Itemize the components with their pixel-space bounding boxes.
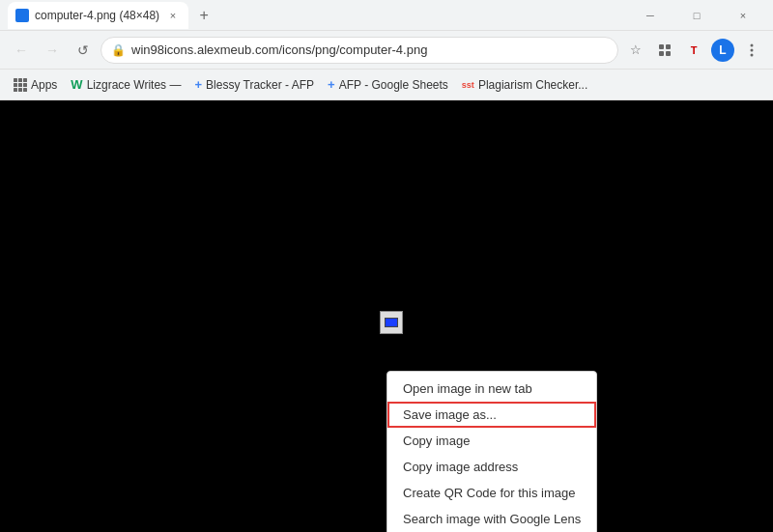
svg-rect-3 [666, 51, 671, 56]
title-bar: computer-4.png (48×48) × + ─ □ × [0, 0, 773, 31]
apps-bookmark[interactable]: Apps [8, 76, 63, 94]
computer-thumbnail [380, 311, 403, 334]
profile-button[interactable]: L [709, 37, 736, 64]
context-menu: Open image in new tab Save image as... C… [386, 371, 597, 532]
menu-button[interactable] [738, 37, 765, 64]
lizgrace-label: Lizgrace Writes — [87, 78, 182, 92]
tonkeeper-icon[interactable]: T [680, 37, 707, 64]
context-copy-image[interactable]: Copy image [387, 428, 596, 454]
svg-point-6 [751, 53, 754, 56]
apps-label: Apps [31, 78, 57, 92]
computer-screen [385, 318, 398, 327]
svg-rect-13 [14, 88, 17, 92]
afp-sheets-icon: + [328, 77, 335, 92]
blessy-label: Blessy Tracker - AFP [206, 78, 314, 92]
bookmarks-bar: Apps W Lizgrace Writes — + Blessy Tracke… [0, 70, 773, 100]
context-save-image-as[interactable]: Save image as... [387, 402, 596, 428]
svg-rect-0 [659, 44, 664, 49]
reload-button[interactable]: ↺ [70, 37, 97, 64]
svg-rect-9 [23, 78, 27, 82]
svg-rect-11 [18, 83, 22, 87]
restore-button[interactable]: □ [674, 0, 719, 31]
window-controls: ─ □ × [628, 0, 765, 31]
svg-rect-12 [23, 83, 27, 87]
tab-favicon [15, 9, 29, 22]
bookmark-lizgrace[interactable]: W Lizgrace Writes — [65, 75, 186, 94]
tab-close-button[interactable]: × [165, 8, 181, 23]
context-copy-image-address[interactable]: Copy image address [387, 454, 596, 480]
svg-rect-10 [14, 83, 17, 87]
svg-rect-8 [18, 78, 22, 82]
window-close-button[interactable]: × [721, 0, 765, 31]
svg-rect-15 [23, 88, 27, 92]
forward-button[interactable]: → [39, 37, 66, 64]
svg-rect-1 [666, 44, 671, 49]
blessy-icon: + [194, 77, 202, 92]
tab-bar: computer-4.png (48×48) × + [8, 0, 215, 30]
navigation-bar: ← → ↺ 🔒 win98icons.alexmeub.com/icons/pn… [0, 31, 773, 70]
svg-point-5 [751, 48, 754, 51]
new-tab-button[interactable]: + [192, 4, 215, 27]
plagiarism-label: Plagiarism Checker... [478, 78, 587, 92]
page-content: Open image in new tab Save image as... C… [0, 100, 773, 532]
lock-icon: 🔒 [111, 43, 126, 57]
profile-avatar: L [711, 39, 734, 62]
bookmark-star-button[interactable]: ☆ [622, 37, 649, 64]
afp-sheets-label: AFP - Google Sheets [339, 78, 448, 92]
active-tab[interactable]: computer-4.png (48×48) × [8, 2, 188, 29]
lizgrace-icon: W [71, 77, 82, 92]
bookmark-plagiarism[interactable]: sst Plagiarism Checker... [456, 76, 593, 94]
address-text: win98icons.alexmeub.com/icons/png/comput… [131, 42, 608, 57]
svg-point-4 [751, 43, 754, 46]
back-button[interactable]: ← [8, 37, 35, 64]
plagiarism-icon: sst [462, 80, 474, 90]
address-bar[interactable]: 🔒 win98icons.alexmeub.com/icons/png/comp… [100, 37, 618, 64]
nav-right-icons: ☆ T L [622, 37, 765, 64]
bookmark-afp-sheets[interactable]: + AFP - Google Sheets [322, 75, 454, 94]
computer-image [380, 311, 403, 334]
context-open-new-tab[interactable]: Open image in new tab [387, 376, 596, 402]
bookmark-blessy[interactable]: + Blessy Tracker - AFP [188, 75, 320, 94]
svg-rect-2 [659, 51, 664, 56]
svg-rect-7 [14, 78, 17, 82]
context-search-with-lens[interactable]: Search image with Google Lens [387, 506, 596, 532]
svg-rect-14 [18, 88, 22, 92]
minimize-button[interactable]: ─ [628, 0, 673, 31]
tab-title: computer-4.png (48×48) [35, 9, 159, 22]
context-create-qr-code[interactable]: Create QR Code for this image [387, 480, 596, 506]
extensions-button[interactable] [651, 37, 678, 64]
